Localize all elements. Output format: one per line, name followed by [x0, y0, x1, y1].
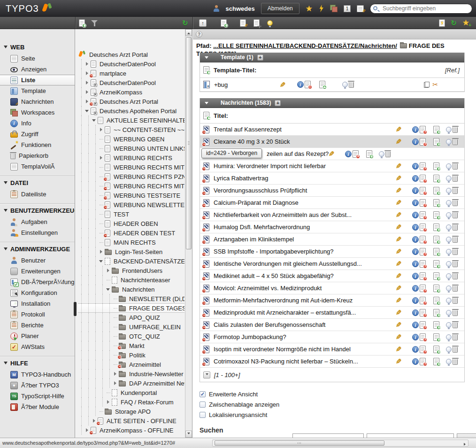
delete-icon[interactable]	[453, 176, 458, 182]
new-record-after-icon[interactable]	[433, 138, 439, 146]
delete-icon[interactable]	[385, 152, 391, 157]
tree-item-nachrichtenteaser[interactable]: Nachrichtenteaser	[78, 275, 184, 285]
folder-icon[interactable]	[119, 325, 126, 330]
menu-section-web[interactable]: WEB	[0, 40, 75, 53]
info-icon[interactable]: i	[412, 261, 419, 267]
tree-item-label[interactable]: WERBUNG OBEN	[114, 136, 164, 143]
page-icon[interactable]	[105, 126, 110, 133]
tree-item-deutscherdatenpool[interactable]: DeutscherDatenPool	[78, 59, 184, 69]
tree-item-label[interactable]: MAIN RECHTS	[114, 239, 156, 246]
tree-item-label[interactable]: Deutsches Arzt Portal	[89, 51, 148, 58]
tree-item-label[interactable]: APO_QUIZ	[129, 314, 160, 321]
edit-icon[interactable]: ✎	[396, 175, 402, 182]
hide-unhide-icon[interactable]	[446, 298, 452, 303]
horizontal-scrollbar[interactable]	[212, 440, 468, 447]
folder-icon[interactable]	[105, 409, 112, 415]
news-record-icon[interactable]	[203, 187, 209, 194]
new-record-after-icon[interactable]	[433, 285, 439, 292]
sidebar-item-einstellungen[interactable]: Einstellungen	[0, 227, 75, 238]
page-icon[interactable]	[98, 117, 103, 124]
hide-timing-icon[interactable]	[420, 224, 426, 231]
hide-unhide-icon[interactable]	[446, 212, 452, 218]
hide-unhide-icon[interactable]	[446, 273, 452, 279]
new-record-after-icon[interactable]	[433, 272, 439, 280]
table-row[interactable]: Humira: Verordneter Import nicht lieferb…	[200, 160, 464, 172]
tree-item-label[interactable]: WERBUNG RECHTS PZNCHE	[114, 173, 184, 180]
sidebar-item-awstats[interactable]: AWStats	[0, 341, 75, 352]
table-row[interactable]: Lyrica Rabattvertrag ✎ i	[200, 172, 464, 185]
edit-icon[interactable]: ✎	[396, 272, 402, 279]
folder-icon[interactable]	[105, 250, 112, 255]
new-record-icon[interactable]	[221, 19, 227, 27]
tree-item-label[interactable]: martplace	[100, 70, 126, 77]
hide-unhide-icon[interactable]	[446, 176, 452, 181]
edit-document-icon[interactable]: ✎	[357, 5, 364, 12]
sidebar-item-templavoil[interactable]: TemplaVoilÃ	[0, 161, 75, 172]
page-icon[interactable]	[105, 136, 110, 143]
sysfolder-page-icon[interactable]	[112, 389, 117, 396]
sidebar-item-zugriff[interactable]: Zugriff	[0, 129, 75, 139]
search-field-partial[interactable]	[367, 433, 454, 438]
tree-expander-closed-icon[interactable]	[85, 87, 90, 97]
tree-item-label[interactable]: FRAGE DES TAGES	[129, 305, 184, 312]
tree-item-label[interactable]: ~~ CONTENT-SEITEN ~~	[114, 126, 184, 133]
info-icon[interactable]: i	[412, 358, 419, 365]
tree-item-industrie-newsletter[interactable]: Industrie-Newsletter	[78, 369, 184, 378]
sidebar-item-dateiliste[interactable]: Dateiliste	[0, 189, 75, 200]
page-icon[interactable]	[105, 230, 110, 237]
sidebar-item-liste[interactable]: Liste	[0, 75, 75, 85]
page-down-button[interactable]	[203, 371, 210, 378]
news-record-icon[interactable]	[203, 248, 209, 255]
menu-section-benutzerwerkzeuge[interactable]: BENUTZERWERKZEUGE	[0, 204, 75, 216]
tree-item-label[interactable]: Markt	[129, 342, 145, 349]
tree-item-label[interactable]: DeutscherDatenPool	[100, 61, 156, 68]
tree-expander-closed-icon[interactable]	[106, 266, 111, 275]
edit-icon[interactable]: ✎	[396, 236, 402, 243]
tree-item-werbung-unten-links[interactable]: WERBUNG UNTEN LINKS	[78, 144, 184, 153]
tree-item-storage-apo[interactable]: Storage APO	[78, 407, 184, 416]
tree-item-label[interactable]: BACKEND-DATENSÄTZE	[114, 258, 184, 265]
new-record-after-icon[interactable]	[433, 309, 439, 317]
info-icon[interactable]: i	[412, 236, 419, 243]
edit-icon[interactable]: ✎	[280, 81, 286, 88]
hide-timing-icon[interactable]	[420, 260, 426, 268]
tree-item-label[interactable]: ALTE SEITEN - OFFLINE	[107, 417, 177, 425]
tree-item-label[interactable]: TEST	[114, 211, 129, 218]
tree-item-label[interactable]: WERBUNG RECHTS	[114, 154, 172, 162]
tree-item-faq-retax-forum[interactable]: FAQ / Retax-Forum	[78, 397, 184, 407]
edit-icon[interactable]: ✎	[396, 126, 402, 133]
tree-item-werbung-rechts-mit-ims[interactable]: WERBUNG RECHTS MIT IMS	[78, 162, 184, 172]
delete-icon[interactable]	[453, 188, 458, 194]
sidebar-item-aufgaben[interactable]: Aufgaben	[0, 216, 75, 227]
tree-expander-closed-icon[interactable]	[99, 153, 104, 162]
tree-expander-closed-icon[interactable]	[99, 125, 104, 134]
info-icon[interactable]: i	[412, 346, 419, 353]
news-record-icon[interactable]	[203, 309, 209, 317]
new-record-after-icon[interactable]	[433, 199, 439, 207]
news-record-icon[interactable]	[203, 175, 209, 182]
new-record-after-icon[interactable]	[433, 333, 439, 341]
table-row[interactable]: Arztangaben im Klinikstempel ✎ i	[200, 233, 464, 246]
delete-icon[interactable]	[453, 262, 458, 267]
hide-timing-icon[interactable]	[353, 150, 359, 158]
tree-item-label[interactable]: ArzneiKompass - OFFLINE	[100, 427, 174, 434]
tree-item-main-rechts[interactable]: MAIN RECHTS	[78, 238, 184, 247]
tree-item-dap-arzneimittel-news[interactable]: DAP Arzneimittel News	[78, 378, 184, 388]
page-icon[interactable]	[105, 164, 110, 171]
news-record-icon[interactable]	[203, 358, 209, 365]
tree-expander-open-icon[interactable]	[92, 116, 97, 125]
tree-expander-closed-icon[interactable]	[85, 78, 90, 87]
info-icon[interactable]: i	[412, 224, 419, 231]
page-icon[interactable]	[105, 173, 110, 180]
new-record-after-icon[interactable]	[433, 224, 439, 231]
refresh-tree-icon[interactable]: ↻	[182, 19, 188, 26]
table-row[interactable]: Formotop Jumbopackung? ✎ i	[200, 331, 464, 343]
option-lokalisierungsansicht[interactable]: Lokalisierungsansicht	[200, 409, 476, 420]
delete-icon[interactable]	[453, 213, 458, 218]
help-icon[interactable]: ?	[196, 31, 202, 38]
record-title[interactable]: +bug	[214, 81, 280, 88]
new-record-after-icon[interactable]	[433, 260, 439, 268]
tree-item-label[interactable]: Kundenportal	[121, 389, 157, 396]
delete-icon[interactable]	[453, 323, 458, 328]
hide-unhide-icon[interactable]	[446, 334, 452, 340]
